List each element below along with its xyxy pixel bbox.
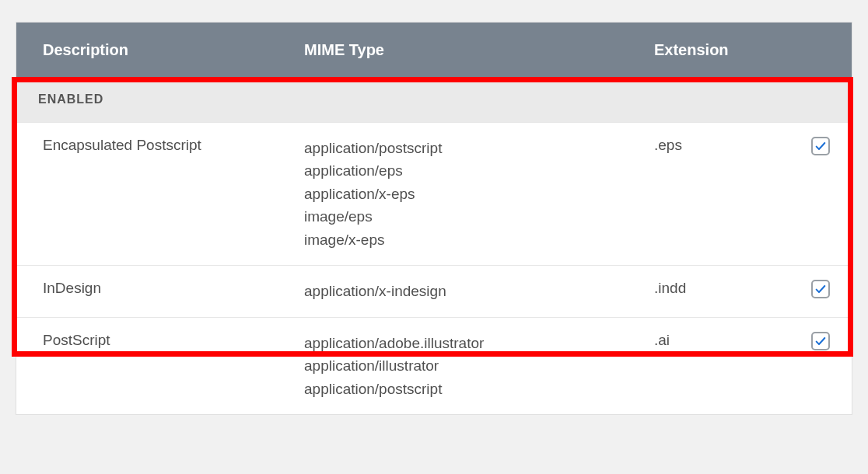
row-description: PostScript bbox=[16, 332, 304, 349]
row-extension: .ai bbox=[654, 332, 794, 349]
mime-value: application/eps bbox=[304, 159, 654, 182]
table-header: Description MIME Type Extension bbox=[16, 23, 852, 77]
header-description: Description bbox=[16, 41, 304, 59]
mime-value: application/adobe.illustrator bbox=[304, 332, 654, 354]
row-enable-checkbox[interactable] bbox=[811, 280, 830, 298]
row-extension: .eps bbox=[654, 137, 794, 154]
table-row: Encapsulated Postscriptapplication/posts… bbox=[16, 122, 852, 265]
table-row: PostScriptapplication/adobe.illustratora… bbox=[16, 317, 852, 414]
row-enable-checkbox[interactable] bbox=[811, 137, 830, 155]
row-extension: .indd bbox=[654, 280, 794, 297]
mime-value: image/eps bbox=[304, 205, 654, 228]
header-extension: Extension bbox=[654, 41, 794, 59]
mime-value: application/illustrator bbox=[304, 354, 654, 377]
mime-value: application/postscript bbox=[304, 378, 654, 400]
row-enable-checkbox[interactable] bbox=[811, 332, 830, 350]
mime-value: application/postscript bbox=[304, 137, 654, 159]
file-types-table: Description MIME Type Extension ENABLED … bbox=[16, 22, 852, 415]
mime-value: application/x-eps bbox=[304, 183, 654, 205]
mime-value: image/x-eps bbox=[304, 228, 654, 251]
mime-value: application/x-indesign bbox=[304, 280, 654, 302]
row-mime-list: application/adobe.illustratorapplication… bbox=[304, 332, 654, 400]
check-icon bbox=[814, 335, 827, 347]
row-mime-list: application/postscriptapplication/epsapp… bbox=[304, 137, 654, 251]
header-mime: MIME Type bbox=[304, 41, 654, 59]
check-icon bbox=[814, 283, 827, 295]
row-description: Encapsulated Postscript bbox=[16, 137, 304, 154]
group-header-enabled: ENABLED bbox=[16, 77, 852, 122]
check-icon bbox=[814, 140, 827, 152]
table-row: InDesignapplication/x-indesign.indd bbox=[16, 265, 852, 316]
row-description: InDesign bbox=[16, 280, 304, 297]
row-mime-list: application/x-indesign bbox=[304, 280, 654, 302]
